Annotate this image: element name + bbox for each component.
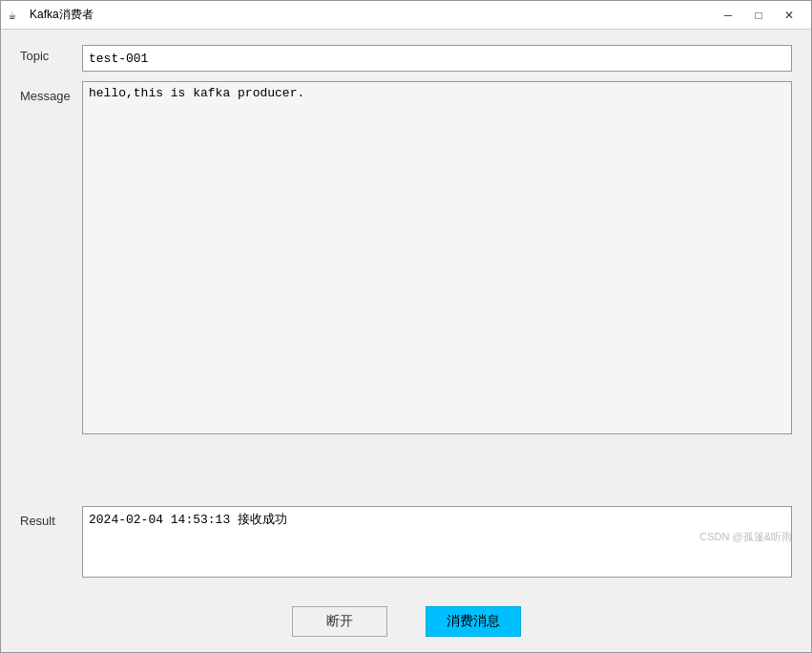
disconnect-button[interactable]: 断开 [292, 606, 387, 637]
window-content: Topic Message hello,this is kafka produc… [1, 30, 811, 597]
watermark: CSDN @孤篷&听雨 [699, 530, 792, 544]
topic-input[interactable] [82, 45, 792, 72]
result-label: Result [20, 506, 82, 528]
maximize-button[interactable]: □ [744, 6, 773, 25]
title-controls: ─ □ ✕ [714, 6, 803, 25]
topic-row: Topic [20, 45, 792, 72]
window-title: Kafka消费者 [30, 7, 94, 23]
result-textarea[interactable]: 2024-02-04 14:53:13 接收成功 [82, 506, 792, 578]
app-icon: ☕ [9, 8, 24, 23]
result-control: 2024-02-04 14:53:13 接收成功 [82, 506, 792, 581]
message-control: hello,this is kafka producer. [82, 81, 792, 438]
message-label: Message [20, 81, 82, 103]
topic-label: Topic [20, 45, 82, 63]
minimize-button[interactable]: ─ [714, 6, 742, 25]
main-window: ☕ Kafka消费者 ─ □ ✕ Topic Message hello,thi… [0, 0, 812, 653]
consume-button[interactable]: 消费消息 [426, 606, 521, 637]
title-bar-left: ☕ Kafka消费者 [9, 7, 94, 23]
title-bar: ☕ Kafka消费者 ─ □ ✕ [1, 1, 811, 30]
button-row: 断开 消费消息 [1, 597, 811, 652]
close-button[interactable]: ✕ [775, 6, 803, 25]
message-row: Message hello,this is kafka producer. [20, 81, 792, 496]
message-textarea[interactable]: hello,this is kafka producer. [82, 81, 792, 434]
topic-control [82, 45, 792, 72]
result-row: Result 2024-02-04 14:53:13 接收成功 [20, 506, 792, 581]
